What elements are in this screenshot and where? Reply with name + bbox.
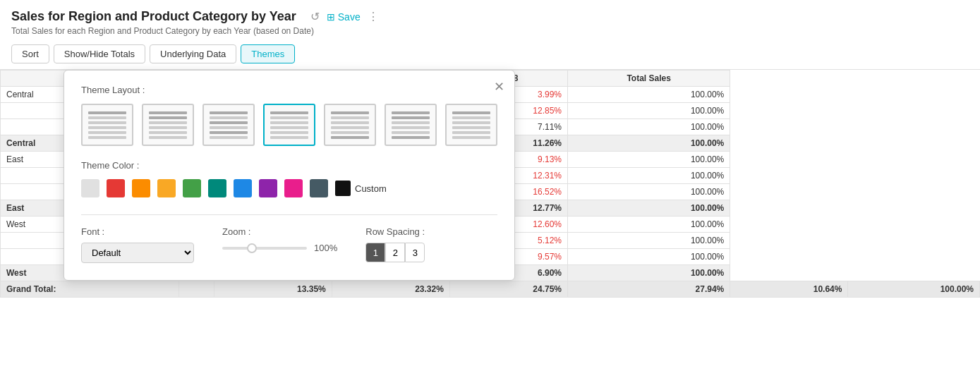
font-select[interactable]: Default — [81, 243, 194, 263]
layout-thumb-7[interactable] — [445, 104, 497, 146]
page-title: Sales for Region and Product Category by… — [11, 9, 296, 24]
header-icons: ↺ ⊞ Save ⋮ — [309, 8, 380, 25]
show-hide-totals-button[interactable]: Show/Hide Totals — [54, 44, 145, 63]
font-label: Font : — [81, 226, 194, 237]
swatch-teal[interactable] — [208, 179, 226, 197]
themes-button[interactable]: Themes — [241, 44, 295, 63]
zoom-value: 100% — [314, 243, 337, 253]
row-spacing-label: Row Spacing : — [365, 226, 425, 237]
row-spacing-1[interactable]: 1 — [365, 243, 385, 262]
swatch-orange[interactable] — [132, 179, 150, 197]
swatch-red[interactable] — [107, 179, 125, 197]
row-spacing-control: Row Spacing : 1 2 3 — [365, 226, 425, 262]
row-spacing-2[interactable]: 2 — [385, 243, 405, 262]
custom-label: Custom — [355, 183, 387, 194]
underlying-data-button[interactable]: Underlying Data — [150, 44, 236, 63]
divider — [81, 214, 497, 215]
page-subtitle: Total Sales for each Region and Product … — [11, 26, 969, 36]
zoom-control: Zoom : 100% — [222, 226, 337, 253]
custom-swatch[interactable]: Custom — [335, 181, 387, 196]
theme-color-label: Theme Color : — [81, 160, 497, 171]
swatch-pink[interactable] — [284, 179, 303, 197]
layout-thumb-3[interactable] — [202, 104, 255, 146]
zoom-label: Zoom : — [222, 226, 337, 237]
layout-thumb-4[interactable] — [263, 104, 315, 146]
color-swatches: Custom — [81, 179, 497, 197]
layout-thumbnails — [81, 104, 497, 146]
save-icon: ⊞ — [327, 11, 335, 23]
save-button[interactable]: ⊞ Save — [327, 11, 361, 23]
more-options-button[interactable]: ⋮ — [366, 8, 380, 25]
controls-row: Font : Default Zoom : 100% Row Spacing :… — [81, 226, 497, 263]
toolbar: Sort Show/Hide Totals Underlying Data Th… — [0, 39, 980, 70]
swatch-green[interactable] — [183, 179, 201, 197]
layout-thumb-5[interactable] — [324, 104, 376, 146]
zoom-slider[interactable] — [222, 247, 307, 250]
swatch-purple[interactable] — [259, 179, 277, 197]
custom-swatch-box — [335, 181, 351, 196]
themes-panel: ✕ Theme Layout : — [63, 70, 515, 281]
layout-thumb-1[interactable] — [81, 104, 133, 146]
grand-total-row: Grand Total: 13.35% 23.32% 24.75% 27.94%… — [1, 281, 980, 298]
swatch-gray[interactable] — [81, 179, 99, 197]
layout-thumb-2[interactable] — [142, 104, 194, 146]
theme-layout-label: Theme Layout : — [81, 85, 497, 95]
content-area: Reg 2016 2017 2018 Total Sales Central 1… — [0, 70, 980, 298]
swatch-blue[interactable] — [234, 179, 252, 197]
layout-thumb-6[interactable] — [385, 104, 437, 146]
sort-button[interactable]: Sort — [11, 44, 49, 63]
swatch-dark[interactable] — [310, 179, 328, 197]
close-panel-button[interactable]: ✕ — [494, 79, 504, 94]
refresh-button[interactable]: ↺ — [309, 8, 321, 25]
font-control: Font : Default — [81, 226, 194, 263]
row-spacing-3[interactable]: 3 — [405, 243, 425, 262]
page-header: Sales for Region and Product Category by… — [0, 0, 980, 39]
col-header-total: Total Sales — [568, 71, 730, 87]
swatch-yellow[interactable] — [157, 179, 176, 197]
